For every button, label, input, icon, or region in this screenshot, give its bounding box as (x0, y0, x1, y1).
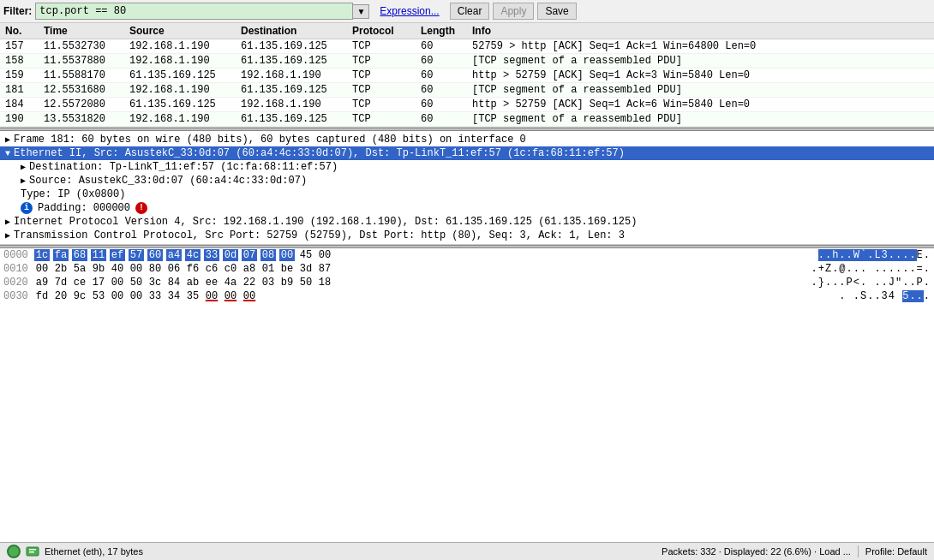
row-dst: 192.168.1.190 (239, 98, 350, 110)
ethernet-detail-row[interactable]: ▼ Ethernet II, Src: AsustekC_33:0d:07 (6… (0, 146, 934, 160)
src-detail-row[interactable]: ▶ Source: AsustekC_33:0d:07 (60:a4:4c:33… (0, 174, 934, 188)
svg-rect-1 (29, 549, 36, 551)
hex-byte[interactable]: 00 (317, 249, 332, 261)
hex-byte[interactable]: a4 (166, 249, 182, 261)
status-left-text: Ethernet (eth), 17 bytes (45, 546, 143, 557)
hex-byte[interactable]: 00 (34, 263, 50, 275)
hex-byte[interactable]: 06 (166, 263, 182, 275)
hex-byte[interactable]: 08 (260, 249, 276, 261)
hex-byte[interactable]: 80 (147, 263, 163, 275)
ascii-char: " (895, 277, 902, 289)
hex-byte[interactable]: 53 (91, 290, 106, 302)
hex-byte[interactable]: 33 (204, 249, 219, 261)
hex-byte[interactable]: 57 (129, 249, 144, 261)
hex-byte[interactable]: 3c (147, 277, 163, 289)
hex-byte[interactable]: 9b (91, 263, 106, 275)
hex-byte[interactable]: 87 (317, 263, 332, 275)
table-row[interactable]: 190 13.5531820 192.168.1.190 61.135.169.… (0, 112, 934, 127)
filter-input[interactable] (35, 3, 353, 20)
hex-byte[interactable]: 60 (147, 249, 163, 261)
hex-byte[interactable]: 40 (110, 263, 125, 275)
hex-byte[interactable]: 00 (129, 263, 144, 275)
hex-byte[interactable]: 34 (166, 290, 182, 302)
row-src: 192.168.1.190 (128, 113, 239, 125)
tcp-detail-row[interactable]: ▶ Transmission Control Protocol, Src Por… (0, 229, 934, 242)
tcp-expand-icon[interactable]: ▶ (5, 230, 10, 241)
ip-detail-row[interactable]: ▶ Internet Protocol Version 4, Src: 192.… (0, 215, 934, 229)
frame-detail-row[interactable]: ▶ Frame 181: 60 bytes on wire (480 bits)… (0, 133, 934, 146)
hex-byte[interactable]: 00 (223, 290, 238, 302)
table-row[interactable]: 157 11.5532730 192.168.1.190 61.135.169.… (0, 39, 934, 54)
ascii-char: . (874, 290, 881, 302)
hex-byte[interactable]: 20 (53, 290, 69, 302)
hex-byte[interactable]: b9 (279, 277, 295, 289)
hex-byte[interactable]: c6 (204, 263, 219, 275)
hex-byte[interactable]: 07 (242, 249, 257, 261)
hex-byte[interactable]: 4a (223, 277, 238, 289)
hex-byte[interactable]: 00 (110, 290, 125, 302)
hex-byte[interactable]: 22 (242, 277, 257, 289)
hex-byte[interactable]: 50 (129, 277, 144, 289)
hex-byte[interactable]: 5a (72, 263, 87, 275)
clear-button[interactable]: Clear (450, 3, 490, 20)
hex-byte[interactable]: 00 (129, 290, 144, 302)
table-row[interactable]: 159 11.5588170 61.135.169.125 192.168.1.… (0, 69, 934, 83)
hex-byte[interactable]: ef (110, 249, 125, 261)
ascii-char: . (825, 249, 832, 261)
ip-expand-icon[interactable]: ▶ (5, 217, 10, 227)
expression-button[interactable]: Expression... (373, 3, 446, 19)
hex-byte[interactable]: 18 (317, 277, 332, 289)
hex-byte[interactable]: ce (72, 277, 87, 289)
table-row[interactable]: 181 12.5531680 192.168.1.190 61.135.169.… (0, 83, 934, 98)
hex-byte[interactable]: 35 (185, 290, 201, 302)
hex-byte[interactable]: 01 (260, 263, 276, 275)
dest-expand-icon[interactable]: ▶ (21, 162, 26, 172)
hex-byte[interactable]: 11 (91, 249, 106, 261)
hex-byte[interactable]: f6 (185, 263, 201, 275)
ascii-char: . (825, 277, 832, 289)
hex-byte[interactable]: ab (185, 277, 201, 289)
hex-byte[interactable]: 84 (166, 277, 182, 289)
row-len: 60 (419, 113, 470, 125)
row-info: http > 52759 [ACK] Seq=1 Ack=3 Win=5840 … (470, 69, 931, 81)
filter-dropdown-button[interactable]: ▼ (353, 4, 369, 19)
src-expand-icon[interactable]: ▶ (21, 176, 26, 186)
hex-byte[interactable]: be (279, 263, 295, 275)
hex-byte[interactable]: 1c (34, 249, 50, 261)
hex-byte[interactable]: 00 (110, 277, 125, 289)
apply-button[interactable]: Apply (493, 3, 534, 20)
hex-byte[interactable]: 4c (185, 249, 201, 261)
hex-byte[interactable]: fd (34, 290, 50, 302)
hex-byte[interactable]: a9 (34, 277, 50, 289)
hex-byte[interactable]: 00 (204, 290, 219, 302)
frame-expand-icon[interactable]: ▶ (5, 134, 10, 145)
ascii-char: . (924, 249, 931, 261)
hex-byte[interactable]: 45 (298, 249, 314, 261)
hex-byte[interactable]: 50 (298, 277, 314, 289)
hex-byte[interactable]: 00 (279, 249, 295, 261)
hex-byte[interactable]: 0d (223, 249, 238, 261)
hex-byte[interactable]: 2b (53, 263, 69, 275)
hex-byte[interactable]: 00 (242, 290, 257, 302)
hex-byte[interactable]: ee (204, 277, 219, 289)
table-row[interactable]: 184 12.5572080 61.135.169.125 192.168.1.… (0, 98, 934, 112)
hex-byte[interactable]: 9c (72, 290, 87, 302)
hex-byte[interactable]: 17 (91, 277, 106, 289)
ascii-char: . (853, 263, 860, 275)
hex-byte[interactable]: 03 (260, 277, 276, 289)
table-row[interactable]: 158 11.5537880 192.168.1.190 61.135.169.… (0, 54, 934, 69)
hex-ascii: ..h..W`.L3....E. (818, 249, 931, 261)
ethernet-expand-icon[interactable]: ▼ (5, 149, 10, 158)
hex-byte[interactable]: 68 (72, 249, 87, 261)
dest-detail-row[interactable]: ▶ Destination: Tp-LinkT_11:ef:57 (1c:fa:… (0, 160, 934, 174)
save-button[interactable]: Save (537, 3, 576, 20)
ascii-char: . (882, 277, 889, 289)
hex-byte[interactable]: 7d (53, 277, 69, 289)
hex-byte[interactable]: 33 (147, 290, 163, 302)
hex-byte[interactable]: fa (53, 249, 69, 261)
col-no: No. (3, 24, 42, 38)
hex-byte[interactable]: 3d (298, 263, 314, 275)
hex-byte[interactable]: c0 (223, 263, 238, 275)
col-protocol: Protocol (350, 24, 419, 38)
hex-byte[interactable]: a8 (242, 263, 257, 275)
